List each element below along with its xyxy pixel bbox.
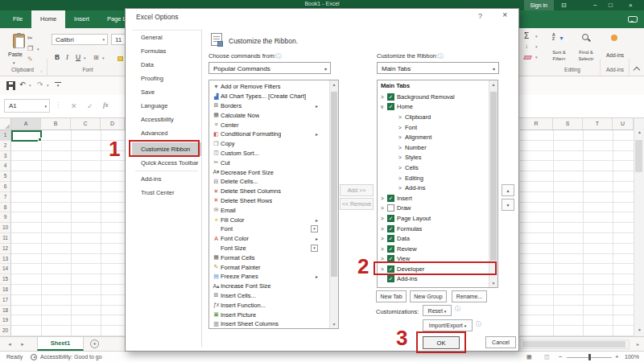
autosum-dropdown-icon[interactable]: ▾ [535, 34, 538, 39]
commands-scroll-thumb[interactable] [331, 92, 337, 277]
command-item[interactable]: ⊟Delete Cells... [209, 177, 329, 187]
active-cell-a1[interactable] [11, 130, 42, 142]
row-header-6[interactable]: 6 [0, 182, 11, 192]
column-header-r[interactable]: R [520, 118, 553, 130]
main-tab-item-review[interactable]: >✓Review [378, 244, 489, 254]
checkbox-checked-icon[interactable]: ✓ [387, 225, 394, 232]
collapse-ribbon-icon[interactable] [634, 67, 640, 73]
command-item[interactable]: ✕Delete Sheet Rows [209, 196, 329, 206]
expand-collapsed-icon[interactable]: > [381, 226, 387, 232]
fill-color-icon[interactable] [118, 56, 123, 61]
font-name-select[interactable]: Calibri ▾ [52, 34, 108, 45]
sign-in-button[interactable]: Sign in [524, 0, 554, 10]
main-tab-item-cells[interactable]: >Cells [378, 162, 489, 173]
accessibility-status[interactable]: Accessibility: Good to go [40, 354, 102, 360]
copy-dropdown-icon[interactable]: ▾ [37, 47, 39, 51]
horizontal-scroll-thumb[interactable] [522, 341, 625, 348]
command-item[interactable]: Font▾ [209, 224, 329, 234]
command-item[interactable]: ▤Freeze Panes▸ [209, 272, 329, 282]
main-tab-item-font[interactable]: >Font [378, 122, 489, 133]
main-tab-item-add-ins[interactable]: >Add-ins [378, 183, 489, 193]
scroll-up-icon[interactable]: ▲ [489, 82, 497, 87]
nav-item-formulas[interactable]: Formulas [132, 44, 201, 58]
undo-icon[interactable]: ↶ [19, 80, 26, 88]
row-header-17[interactable]: 17 [0, 295, 11, 306]
command-item[interactable]: ▥Insert Sheet Columns [209, 319, 329, 329]
row-header-18[interactable]: 18 [0, 306, 11, 316]
italic-button[interactable]: I [66, 53, 68, 61]
expand-collapsed-icon[interactable]: > [381, 216, 387, 221]
move-up-button[interactable]: ▲ [502, 184, 514, 196]
nav-item-trust-center[interactable]: Trust Center [132, 186, 201, 200]
cancel-formula-icon[interactable]: ✕ [71, 102, 77, 110]
scroll-up-icon[interactable]: ▲ [330, 82, 338, 87]
new-group-button[interactable]: New Group [410, 290, 447, 302]
cut-icon[interactable]: ✂ [27, 35, 33, 42]
dialog-close-icon[interactable]: × [502, 10, 507, 19]
close-window-icon[interactable]: × [629, 1, 633, 10]
ribbon-tab-insert[interactable]: Insert [65, 10, 98, 28]
zoom-level[interactable]: 100% [625, 354, 639, 360]
expand-expanded-icon[interactable]: v [381, 104, 387, 109]
checkbox-checked-icon[interactable]: ✓ [387, 275, 394, 282]
command-item[interactable]: ƒxInsert Function... [209, 300, 329, 310]
row-header-16[interactable]: 16 [0, 285, 11, 295]
row-header-10[interactable]: 10 [0, 223, 11, 233]
main-tab-item-number[interactable]: >Number [378, 142, 489, 153]
main-tab-item-data[interactable]: >✓Data [378, 233, 489, 244]
comments-icon[interactable] [628, 16, 638, 23]
command-item[interactable]: ◧Conditional Formatting▸ [209, 130, 329, 139]
new-tab-button[interactable]: New Tab [376, 290, 407, 302]
autosum-icon[interactable]: Σ [524, 31, 529, 40]
nav-item-accessibility[interactable]: Accessibility [132, 113, 201, 126]
column-header-s[interactable]: S [553, 118, 583, 130]
redo-icon[interactable]: ↷ [37, 80, 43, 88]
scroll-up-icon[interactable]: ▲ [635, 130, 644, 134]
nav-item-advanced[interactable]: Advanced [132, 126, 201, 140]
format-painter-icon[interactable]: ✎ [27, 56, 33, 63]
clear-icon[interactable] [523, 56, 532, 60]
row-header-3[interactable]: 3 [0, 151, 11, 162]
spreadsheet-grid-right[interactable] [520, 130, 634, 336]
command-item[interactable]: ⊞Borders▸ [209, 101, 329, 111]
column-header-c[interactable]: C [71, 118, 101, 130]
nav-item-data[interactable]: Data [132, 58, 201, 72]
expand-collapsed-icon[interactable]: > [398, 154, 405, 160]
choose-commands-select[interactable]: Popular Commands ▾ [208, 62, 331, 74]
command-item[interactable]: ▼Add or Remove Filters [209, 82, 329, 92]
move-down-button[interactable]: ▼ [502, 199, 514, 211]
row-header-1[interactable]: 1 [0, 130, 11, 141]
checkbox-unchecked-icon[interactable] [387, 204, 394, 212]
row-header-9[interactable]: 9 [0, 212, 11, 223]
command-item[interactable]: A▴Increase Font Size [209, 282, 329, 291]
zoom-out-icon[interactable]: − [559, 353, 563, 360]
horizontal-scrollbar[interactable] [520, 339, 630, 349]
cancel-button[interactable]: Cancel [485, 336, 516, 348]
customize-qat-icon[interactable]: ▾ [55, 82, 61, 88]
vertical-scroll-thumb[interactable] [635, 140, 642, 172]
scroll-down-icon[interactable]: ▼ [330, 322, 338, 327]
expand-collapsed-icon[interactable]: > [398, 134, 405, 140]
row-header-15[interactable]: 15 [0, 274, 11, 285]
row-header-13[interactable]: 13 [0, 254, 11, 265]
main-tab-item-add-ins[interactable]: ✓Add-ins [378, 274, 489, 285]
scroll-right-icon[interactable]: ▸ [634, 341, 642, 347]
row-header-20[interactable]: 20 [0, 326, 11, 336]
nav-item-language[interactable]: Language [132, 99, 201, 113]
commands-scrollbar[interactable]: ▲ ▼ [329, 80, 338, 328]
reset-button[interactable]: Reset ▾ [423, 305, 452, 316]
copy-icon[interactable]: ❐ [27, 45, 33, 52]
column-header-d[interactable]: D [101, 118, 125, 130]
scroll-down-icon[interactable]: ▼ [489, 281, 497, 286]
next-sheet-icon[interactable]: ▸ [19, 341, 26, 348]
fill-dropdown-icon[interactable]: ▾ [535, 44, 538, 49]
expand-collapsed-icon[interactable]: > [381, 246, 387, 252]
clipboard-dialog-launcher-icon[interactable]: ⌟ [40, 68, 42, 72]
command-item[interactable]: ▦Calculate Now [209, 110, 329, 120]
column-header-t[interactable]: T [583, 118, 613, 130]
expand-collapsed-icon[interactable]: > [398, 175, 405, 181]
nav-item-proofing[interactable]: Proofing [132, 72, 201, 85]
borders-button-icon[interactable]: ⊞ [93, 54, 99, 61]
underline-button[interactable]: U [76, 53, 80, 61]
command-item[interactable]: ▦Format Cells [209, 253, 329, 262]
